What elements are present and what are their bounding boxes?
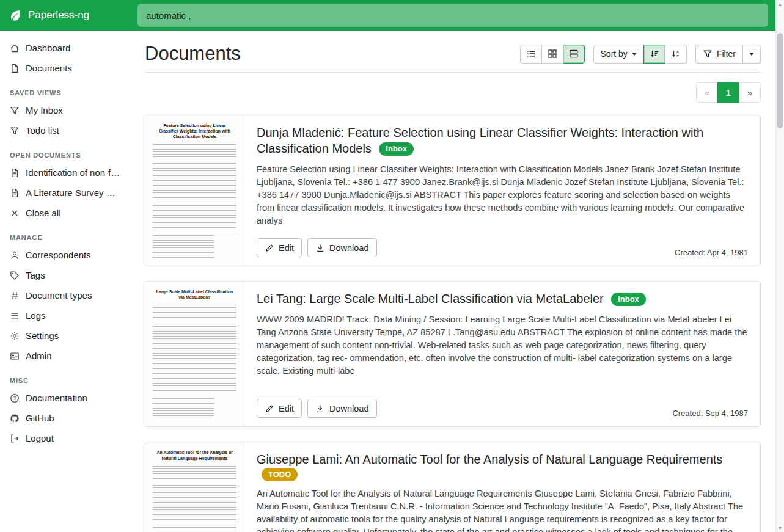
document-title-link[interactable]: Dunja Mladenić: Feature Selection using … bbox=[257, 126, 703, 155]
cards-view-button[interactable] bbox=[563, 45, 585, 64]
file-text-icon bbox=[10, 168, 20, 178]
sidebar-item-my-inbox[interactable]: My Inbox bbox=[0, 100, 130, 120]
sidebar-section-saved-views: SAVED VIEWS bbox=[0, 78, 130, 100]
person-icon bbox=[10, 250, 20, 260]
sidebar-item-document-types[interactable]: Document types bbox=[0, 285, 130, 305]
thumbnail-text-lines bbox=[153, 466, 236, 481]
funnel-icon bbox=[703, 49, 713, 59]
filter-dropdown-button[interactable] bbox=[742, 45, 761, 64]
sidebar-item-label: Close all bbox=[26, 208, 61, 218]
document-title-link[interactable]: Giuseppe Lami: An Automatic Tool for the… bbox=[257, 453, 722, 466]
thumbnail-text-lines bbox=[153, 363, 236, 392]
sort-down-icon bbox=[650, 49, 659, 59]
document-thumbnail[interactable]: Large Scale Multi-Label Classification v… bbox=[145, 282, 244, 426]
download-button[interactable]: Download bbox=[307, 399, 377, 418]
list-view-icon bbox=[526, 49, 536, 59]
top-navbar: Paperless-ng bbox=[0, 0, 784, 31]
sidebar-item-label: Dashboard bbox=[26, 43, 70, 53]
sort-descending-button[interactable] bbox=[643, 45, 665, 64]
sidebar-section-misc: MISC bbox=[0, 366, 130, 388]
grid-view-button[interactable] bbox=[541, 45, 563, 64]
pagination-prev-button[interactable]: « bbox=[696, 82, 718, 103]
download-label: Download bbox=[329, 404, 369, 414]
sidebar-item-label: Logs bbox=[26, 310, 46, 321]
x-icon bbox=[10, 208, 20, 218]
list-view-button[interactable] bbox=[520, 45, 542, 64]
sidebar-item-logs[interactable]: Logs bbox=[0, 305, 130, 326]
document-title-link[interactable]: Lei Tang: Large Scale Multi-Label Classi… bbox=[257, 292, 604, 305]
filter-group: Filter bbox=[695, 45, 761, 64]
scrollbar-thumb[interactable] bbox=[777, 33, 783, 128]
scrollbar-down-arrow[interactable]: ▼ bbox=[776, 523, 784, 532]
leaf-icon bbox=[9, 9, 22, 22]
edit-button[interactable]: Edit bbox=[257, 238, 302, 257]
list-icon bbox=[10, 311, 20, 321]
sidebar-item-label: Admin bbox=[26, 351, 52, 361]
view-toggle-group bbox=[520, 45, 585, 64]
header-divider bbox=[145, 72, 761, 73]
sort-alpha-button[interactable]: AZ bbox=[665, 45, 687, 64]
file-icon bbox=[10, 64, 20, 73]
sidebar-item-label: Documents bbox=[26, 63, 72, 73]
funnel-icon bbox=[10, 106, 20, 115]
download-icon bbox=[315, 243, 325, 253]
document-excerpt: WWW 2009 MADRID! Track: Data Mining / Se… bbox=[257, 313, 748, 378]
document-card: Feature Selection using Linear Classifie… bbox=[145, 115, 761, 266]
download-button[interactable]: Download bbox=[307, 238, 377, 257]
pagination: « 1 » bbox=[145, 82, 761, 103]
cards-view-icon bbox=[569, 49, 579, 59]
thumbnail-title: Large Scale Multi-Label Classification v… bbox=[153, 289, 236, 300]
file-text-icon bbox=[10, 188, 20, 198]
sidebar: Dashboard Documents SAVED VIEWS My Inbox… bbox=[0, 31, 130, 532]
caret-down-icon bbox=[632, 53, 637, 56]
sidebar-item-documentation[interactable]: ? Documentation bbox=[0, 388, 130, 408]
sort-by-button[interactable]: Sort by bbox=[593, 45, 644, 64]
sidebar-item-open-doc-2[interactable]: A Literature Survey on ... bbox=[0, 183, 130, 203]
sidebar-item-close-all[interactable]: Close all bbox=[0, 203, 130, 223]
sidebar-section-open-documents: OPEN DOCUMENTS bbox=[0, 140, 130, 162]
sidebar-item-dashboard[interactable]: Dashboard bbox=[0, 38, 130, 58]
filter-label: Filter bbox=[717, 49, 736, 59]
document-thumbnail[interactable]: Feature Selection using Linear Classifie… bbox=[145, 115, 244, 266]
sidebar-item-label: Todo list bbox=[26, 125, 59, 136]
sidebar-item-logout[interactable]: Logout bbox=[0, 428, 130, 448]
grid-view-icon bbox=[548, 49, 557, 59]
created-date: Created: Sep 4, 1987 bbox=[672, 409, 748, 418]
sidebar-item-open-doc-1[interactable]: Identification of non-fu... bbox=[0, 162, 130, 183]
download-label: Download bbox=[329, 243, 369, 253]
sidebar-item-label: A Literature Survey on ... bbox=[26, 188, 120, 198]
sidebar-item-label: Correspondents bbox=[26, 250, 91, 260]
door-icon bbox=[10, 434, 20, 443]
sidebar-item-tags[interactable]: Tags bbox=[0, 265, 130, 285]
tag-badge[interactable]: Inbox bbox=[379, 142, 414, 156]
house-icon bbox=[10, 43, 20, 53]
thumbnail-text-lines bbox=[153, 305, 236, 319]
sidebar-item-todo-list[interactable]: Todo list bbox=[0, 120, 130, 140]
funnel-icon bbox=[10, 126, 20, 136]
sidebar-item-documents[interactable]: Documents bbox=[0, 58, 130, 78]
pagination-next-button[interactable]: » bbox=[739, 82, 761, 103]
sidebar-item-github[interactable]: GitHub bbox=[0, 408, 130, 428]
gear-icon bbox=[10, 331, 20, 341]
search-input[interactable] bbox=[137, 4, 768, 27]
edit-label: Edit bbox=[279, 404, 294, 414]
question-circle-icon: ? bbox=[10, 393, 20, 403]
svg-text:?: ? bbox=[13, 395, 16, 401]
caret-down-icon bbox=[749, 53, 754, 56]
filter-button[interactable]: Filter bbox=[695, 45, 743, 64]
sidebar-item-admin[interactable]: Admin bbox=[0, 346, 130, 366]
brand[interactable]: Paperless-ng bbox=[0, 9, 130, 22]
created-date: Created: Apr 4, 1981 bbox=[675, 248, 748, 257]
document-thumbnail[interactable]: An Automatic Tool for the Analysis of Na… bbox=[145, 442, 244, 532]
thumbnail-text-lines bbox=[153, 525, 236, 532]
sidebar-item-settings[interactable]: Settings bbox=[0, 326, 130, 346]
scrollbar-up-arrow[interactable]: ▲ bbox=[776, 0, 784, 9]
brand-label: Paperless-ng bbox=[28, 9, 89, 21]
pagination-page-1-button[interactable]: 1 bbox=[717, 82, 739, 103]
thumbnail-text-lines bbox=[153, 324, 236, 359]
sidebar-item-correspondents[interactable]: Correspondents bbox=[0, 245, 130, 265]
edit-button[interactable]: Edit bbox=[257, 399, 302, 418]
tag-badge[interactable]: TODO bbox=[262, 468, 298, 481]
tag-badge[interactable]: Inbox bbox=[611, 293, 646, 306]
vertical-scrollbar: ▲ ▼ bbox=[775, 0, 784, 532]
